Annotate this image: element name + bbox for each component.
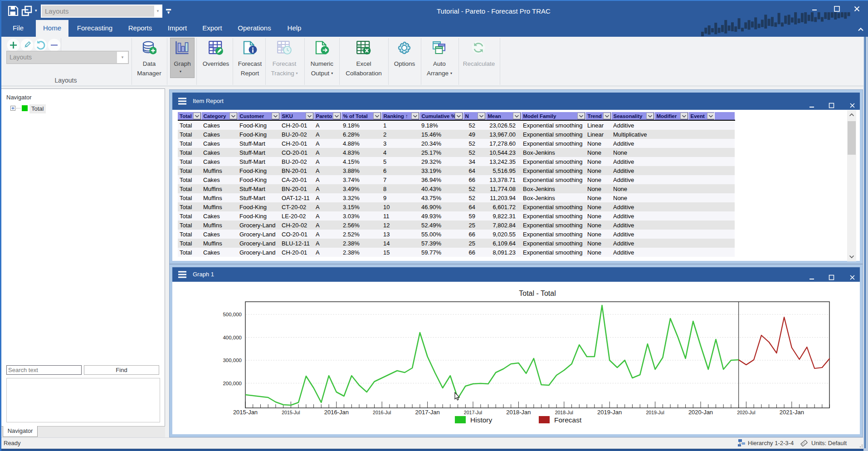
svg-text:2015-Jul: 2015-Jul: [282, 410, 300, 415]
svg-text:200,000: 200,000: [223, 381, 242, 386]
svg-text:2018-Jan: 2018-Jan: [506, 409, 531, 416]
svg-text:2016-Jul: 2016-Jul: [373, 410, 391, 415]
svg-text:2021-Jan: 2021-Jan: [780, 409, 804, 416]
svg-text:Total - Total: Total - Total: [519, 289, 556, 297]
svg-text:2016-Jan: 2016-Jan: [324, 409, 349, 416]
svg-text:2019-Jul: 2019-Jul: [646, 410, 664, 415]
svg-text:2018-Jul: 2018-Jul: [555, 410, 573, 415]
svg-text:Forecast: Forecast: [554, 416, 582, 424]
svg-text:2019-Jan: 2019-Jan: [597, 409, 622, 416]
svg-text:400,000: 400,000: [223, 335, 242, 340]
svg-text:2017-Jul: 2017-Jul: [464, 410, 482, 415]
svg-text:2020-Jan: 2020-Jan: [688, 409, 713, 416]
svg-text:2020-Jul: 2020-Jul: [737, 410, 755, 415]
svg-text:History: History: [470, 416, 492, 424]
svg-text:2017-Jan: 2017-Jan: [415, 409, 439, 416]
svg-text:300,000: 300,000: [223, 358, 242, 363]
svg-text:500,000: 500,000: [223, 312, 242, 317]
svg-text:2015-Jan: 2015-Jan: [233, 409, 258, 416]
